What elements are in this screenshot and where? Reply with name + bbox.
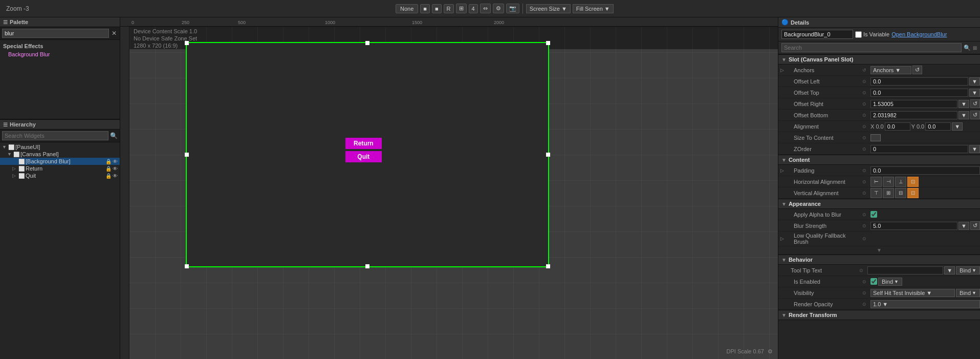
is-enabled-checkbox[interactable] [870, 278, 877, 285]
or-dropdown-btn[interactable]: ▼ [959, 100, 969, 108]
zo-reset[interactable]: ⊙ [862, 146, 870, 152]
tt-dropdown-btn[interactable]: ▼ [944, 266, 955, 274]
square-btn-1[interactable]: ■ [420, 4, 430, 13]
palette-search-input[interactable] [2, 29, 109, 38]
handle-mr[interactable] [546, 153, 550, 157]
square-btn-2[interactable]: ■ [432, 4, 442, 13]
widget-name-input[interactable] [781, 30, 853, 39]
va-reset[interactable]: ⊙ [862, 191, 870, 196]
tree-item-return[interactable]: ▷ ⬜ Return 🔒 👁 [0, 165, 120, 172]
or-reset-btn[interactable]: ↺ [970, 99, 980, 108]
handle-tl[interactable] [185, 41, 189, 45]
palette-search-clear[interactable]: ✕ [111, 30, 118, 37]
tooltip-bind-btn[interactable]: Bind ▼ [956, 266, 980, 274]
move-btn[interactable]: ⇔ [480, 4, 491, 13]
quit-button-canvas[interactable]: Quit [345, 151, 382, 162]
offset-left-input[interactable] [870, 77, 968, 86]
details-options-icon[interactable]: ⊞ [973, 45, 977, 51]
open-link[interactable]: Open BackgroundBlur [891, 31, 947, 37]
h-align-center-btn[interactable]: ⊣ [883, 177, 894, 187]
tt-reset[interactable]: ⊙ [859, 268, 867, 273]
tree-item-canvaspanel[interactable]: ▼ ⬜ [Canvas Panel] [0, 151, 120, 158]
alignment-y-input[interactable] [925, 122, 951, 131]
none-button[interactable]: None [396, 4, 418, 13]
hierarchy-search-icon[interactable]: 🔍 [110, 132, 118, 139]
is-enabled-bind-btn[interactable]: Bind ▼ [878, 278, 902, 286]
vis-reset[interactable]: ⊙ [862, 290, 870, 295]
screen-size-dropdown[interactable]: Screen Size ▼ [526, 4, 571, 13]
palette-item-bgblur[interactable]: Background Blur [0, 50, 120, 58]
padding-expand-arrow[interactable]: ▷ [778, 168, 786, 173]
canvas-viewport[interactable]: Return Quit Device Content Scale 1.0 No … [129, 27, 778, 359]
r-button[interactable]: R [444, 4, 454, 13]
is-variable-checkbox[interactable] [855, 31, 862, 38]
handle-tc[interactable] [365, 41, 369, 45]
ha-reset[interactable]: ⊙ [862, 179, 870, 184]
ro-reset[interactable]: ⊙ [862, 302, 870, 307]
handle-tr[interactable] [546, 41, 550, 45]
lqfb-expand-arrow[interactable]: ▷ [778, 236, 786, 241]
grid-btn[interactable]: ⊞ [456, 4, 467, 13]
eye-icon-bgblur[interactable]: 👁 [113, 159, 118, 164]
h-align-left-btn[interactable]: ⊢ [870, 177, 882, 187]
lock-icon-quit[interactable]: 🔒 [105, 173, 112, 179]
anchors-reset[interactable]: ↺ [862, 68, 870, 73]
details-search-icon[interactable]: 🔍 [964, 45, 971, 51]
return-button-canvas[interactable]: Return [345, 138, 382, 149]
bs-reset[interactable]: ⊙ [862, 223, 870, 228]
v-align-fill-btn[interactable]: ⊡ [907, 188, 919, 198]
anchors-reset-btn[interactable]: ↺ [912, 66, 922, 74]
al-reset[interactable]: ⊙ [862, 124, 870, 129]
zo-dropdown-btn[interactable]: ▼ [969, 145, 980, 153]
size-to-content-color[interactable] [870, 134, 881, 141]
visibility-bind-btn[interactable]: Bind ▼ [956, 289, 980, 297]
blur-strength-input[interactable] [870, 222, 957, 230]
hierarchy-search-input[interactable] [2, 131, 108, 140]
anchors-dropdown[interactable]: Anchors ▼ [870, 66, 911, 74]
handle-br[interactable] [546, 264, 550, 268]
zorder-input[interactable] [870, 145, 968, 153]
details-search-input[interactable] [781, 43, 962, 52]
tree-item-quit[interactable]: ▷ ⬜ Quit 🔒 👁 [0, 172, 120, 179]
fill-screen-dropdown[interactable]: Fill Screen ▼ [573, 4, 614, 13]
slot-section-header[interactable]: ▼ Slot (Canvas Panel Slot) [778, 54, 980, 65]
v-align-bottom-btn[interactable]: ⊟ [895, 188, 906, 198]
alignment-x-input[interactable] [885, 122, 910, 131]
lock-icon-bgblur[interactable]: 🔒 [105, 159, 112, 164]
bs-reset-btn[interactable]: ↺ [970, 221, 980, 230]
bs-dropdown-btn[interactable]: ▼ [959, 222, 969, 230]
stc-reset[interactable]: ⊙ [862, 135, 870, 140]
visibility-dropdown[interactable]: Self Hit Test Invisible ▼ [870, 289, 955, 297]
lqfb-reset[interactable]: ⊙ [862, 236, 870, 241]
v-align-top-btn[interactable]: ⊤ [870, 188, 882, 198]
offset-top-input[interactable] [870, 89, 968, 97]
content-section-header[interactable]: ▼ Content [778, 155, 980, 165]
eye-icon-quit[interactable]: 👁 [113, 173, 118, 179]
ot-dropdown-btn[interactable]: ▼ [969, 89, 980, 97]
settings-btn[interactable]: ⚙ [493, 4, 504, 13]
tree-item-pauseui[interactable]: ▼ ⬜ [PauseUI] [0, 143, 120, 151]
padding-reset[interactable]: ⊙ [862, 168, 870, 173]
alignment-dropdown-btn[interactable]: ▼ [952, 122, 963, 131]
tooltip-text-input[interactable] [867, 266, 943, 274]
ob-dropdown-btn[interactable]: ▼ [959, 111, 969, 119]
offset-bottom-input[interactable] [870, 111, 957, 119]
behavior-section-header[interactable]: ▼ Behavior [778, 255, 980, 265]
h-align-fill-btn[interactable]: ⊡ [907, 177, 919, 187]
offset-right-input[interactable] [870, 100, 957, 108]
appearance-section-header[interactable]: ▼ Appearance [778, 199, 980, 209]
camera-btn[interactable]: 📷 [506, 4, 519, 13]
expand-down-arrow[interactable]: ▼ [877, 247, 882, 253]
lock-icon-return[interactable]: 🔒 [105, 166, 112, 172]
anchors-expand-arrow[interactable]: ▷ [778, 68, 786, 73]
ol-reset[interactable]: ⊙ [862, 79, 870, 84]
or-reset[interactable]: ⊙ [862, 101, 870, 107]
aab-reset[interactable]: ⊙ [862, 212, 870, 217]
ol-dropdown-btn[interactable]: ▼ [969, 77, 980, 86]
h-align-right-btn[interactable]: ⊥ [895, 177, 906, 187]
render-transform-section-header[interactable]: ▼ Render Transform [778, 310, 980, 320]
v-align-center-btn[interactable]: ⊞ [883, 188, 894, 198]
handle-ml[interactable] [185, 153, 189, 157]
num-btn[interactable]: 4 [469, 4, 478, 13]
ob-reset[interactable]: ⊙ [862, 113, 870, 118]
